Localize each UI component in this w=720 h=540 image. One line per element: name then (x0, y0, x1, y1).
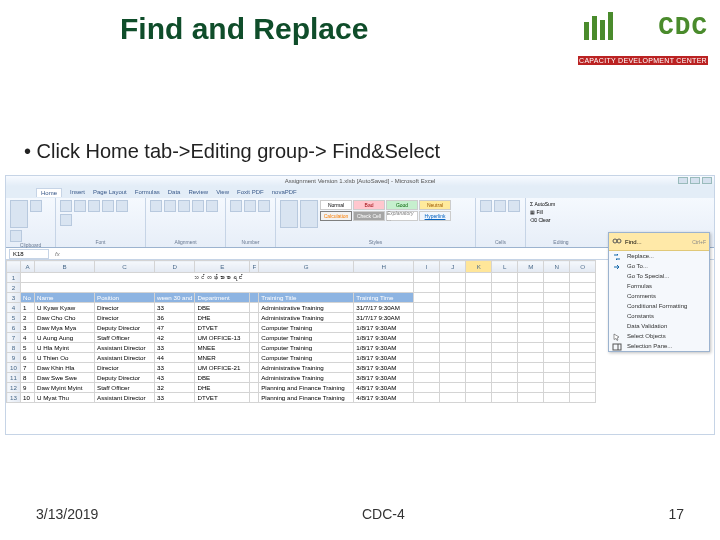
tab-foxit-pdf[interactable]: Foxit PDF (237, 189, 264, 195)
merge-icon[interactable] (206, 200, 218, 212)
tab-review[interactable]: Review (188, 189, 208, 195)
style-bad[interactable]: Bad (353, 200, 385, 210)
comma-icon[interactable] (258, 200, 270, 212)
menu-item-conditional-formatting[interactable]: Conditional Formatting (609, 301, 709, 311)
format-as-table-icon[interactable] (300, 200, 318, 228)
find-select-menu: Find... Ctrl+F Replace... Go To... Go To… (608, 232, 710, 352)
ribbon-tabs: Home Insert Page Layout Formulas Data Re… (6, 186, 714, 198)
logo-subtitle: CAPACITY DEVELOPMENT CENTER (578, 56, 708, 65)
data-header-row: 3 NoNamePositionween 30 andDepartmentTra… (7, 293, 596, 303)
cell-styles-gallery[interactable]: Normal Bad Good Neutral Calculation Chec… (320, 200, 460, 228)
window-title: Assignment Version 1.xlsb [AutoSaved] - … (285, 178, 436, 184)
menu-item-selection-pane[interactable]: Selection Pane... (609, 341, 709, 351)
tab-insert[interactable]: Insert (70, 189, 85, 195)
cut-icon[interactable] (30, 200, 42, 212)
style-good[interactable]: Good (386, 200, 418, 210)
minimize-button[interactable] (678, 177, 688, 184)
bold-icon[interactable] (60, 200, 72, 212)
footer-center: CDC-4 (362, 506, 405, 522)
group-label-number: Number (230, 239, 271, 245)
logo-text: CDC (658, 12, 708, 42)
group-label-styles: Styles (280, 239, 471, 245)
copy-icon[interactable] (10, 230, 22, 242)
delete-cells-icon[interactable] (494, 200, 506, 212)
menu-item-select-objects[interactable]: Select Objects (609, 331, 709, 341)
slide-title: Find and Replace (120, 12, 368, 46)
ribbon-group-font: Font (56, 198, 146, 247)
font-color-icon[interactable] (60, 214, 72, 226)
svg-rect-2 (613, 344, 621, 350)
align-center-icon[interactable] (164, 200, 176, 212)
pane-icon (612, 342, 622, 352)
slide-footer: 3/13/2019 CDC-4 17 (0, 506, 720, 522)
table-row[interactable]: 1310U Myat ThuAssistant Director33DTVETP… (7, 393, 596, 403)
style-neutral[interactable]: Neutral (419, 200, 451, 210)
table-row[interactable]: 107Daw Khin HlaDirector33UM OFFICE-21Adm… (7, 363, 596, 373)
menu-item-comments[interactable]: Comments (609, 291, 709, 301)
menu-item-constants[interactable]: Constants (609, 311, 709, 321)
align-right-icon[interactable] (178, 200, 190, 212)
style-normal[interactable]: Normal (320, 200, 352, 210)
style-hyperlink[interactable]: Hyperlink (419, 211, 451, 221)
conditional-formatting-icon[interactable] (280, 200, 298, 228)
align-left-icon[interactable] (150, 200, 162, 212)
ribbon-group-clipboard: Clipboard (6, 198, 56, 247)
tab-home[interactable]: Home (36, 188, 62, 197)
autosum-button[interactable]: Σ AutoSum (530, 200, 592, 208)
fill-color-icon[interactable] (116, 200, 128, 212)
style-check-cell[interactable]: Check Cell (353, 211, 385, 221)
tab-page-layout[interactable]: Page Layout (93, 189, 127, 195)
menu-item-find[interactable]: Find... Ctrl+F (609, 233, 709, 251)
cdc-logo: CDC CAPACITY DEVELOPMENT CENTER (578, 10, 708, 65)
group-label-clipboard: Clipboard (10, 242, 51, 248)
name-box[interactable]: K18 (9, 249, 49, 259)
maximize-button[interactable] (690, 177, 700, 184)
currency-icon[interactable] (230, 200, 242, 212)
sheet-title-row-2: 2 (7, 283, 596, 293)
tab-data[interactable]: Data (168, 189, 181, 195)
group-label-font: Font (60, 239, 141, 245)
percent-icon[interactable] (244, 200, 256, 212)
style-explanatory[interactable]: Explanatory ... (386, 211, 418, 221)
ribbon-group-alignment: Alignment (146, 198, 226, 247)
table-row[interactable]: 52Daw Cho ChoDirector36DHEAdministrative… (7, 313, 596, 323)
table-row[interactable]: 85U Hla MyintAssistant Director33MNEECom… (7, 343, 596, 353)
svg-point-1 (617, 239, 621, 243)
tab-novapdf[interactable]: novaPDF (272, 189, 297, 195)
menu-item-data-validation[interactable]: Data Validation (609, 321, 709, 331)
table-row[interactable]: 41U Kyaw KyawDirector33DBEAdministrative… (7, 303, 596, 313)
column-headers: A B C D E F G H I J K L M N O (7, 261, 596, 273)
group-label-cells: Cells (480, 239, 521, 245)
table-row[interactable]: 74U Aung AungStaff Officer42UM OFFICE-13… (7, 333, 596, 343)
table-row[interactable]: 63Daw Mya MyaDeputy Director47DTVETCompu… (7, 323, 596, 333)
menu-item-goto-special[interactable]: Go To Special... (609, 271, 709, 281)
clear-button[interactable]: ⌫ Clear (530, 216, 592, 224)
format-cells-icon[interactable] (508, 200, 520, 212)
footer-page-number: 17 (668, 506, 684, 522)
window-titlebar: Assignment Version 1.xlsb [AutoSaved] - … (6, 176, 714, 186)
menu-item-formulas[interactable]: Formulas (609, 281, 709, 291)
fill-button[interactable]: ▦ Fill (530, 208, 592, 216)
style-calculation[interactable]: Calculation (320, 211, 352, 221)
table-row[interactable]: 118Daw Swe SweDeputy Director43DBEAdmini… (7, 373, 596, 383)
insert-cells-icon[interactable] (480, 200, 492, 212)
menu-item-replace[interactable]: Replace... (609, 251, 709, 261)
table-row[interactable]: 129Daw Myint MyintStaff Officer32DHEPlan… (7, 383, 596, 393)
italic-icon[interactable] (74, 200, 86, 212)
footer-date: 3/13/2019 (36, 506, 98, 522)
ribbon-group-editing: Σ AutoSum ▦ Fill ⌫ Clear Editing (526, 198, 596, 247)
table-row[interactable]: 96U Thien OoAssistant Director44MNERComp… (7, 353, 596, 363)
border-icon[interactable] (102, 200, 114, 212)
sheet-title-row: 1သင်တန်းသားစာရင်း (7, 273, 596, 283)
tab-formulas[interactable]: Formulas (135, 189, 160, 195)
ribbon-group-cells: Cells (476, 198, 526, 247)
menu-item-goto[interactable]: Go To... (609, 261, 709, 271)
ribbon-group-styles: Normal Bad Good Neutral Calculation Chec… (276, 198, 476, 247)
close-button[interactable] (702, 177, 712, 184)
tab-view[interactable]: View (216, 189, 229, 195)
binoculars-icon (612, 236, 622, 247)
underline-icon[interactable] (88, 200, 100, 212)
fx-icon[interactable]: fx (52, 251, 63, 257)
paste-icon[interactable] (10, 200, 28, 228)
wrap-text-icon[interactable] (192, 200, 204, 212)
